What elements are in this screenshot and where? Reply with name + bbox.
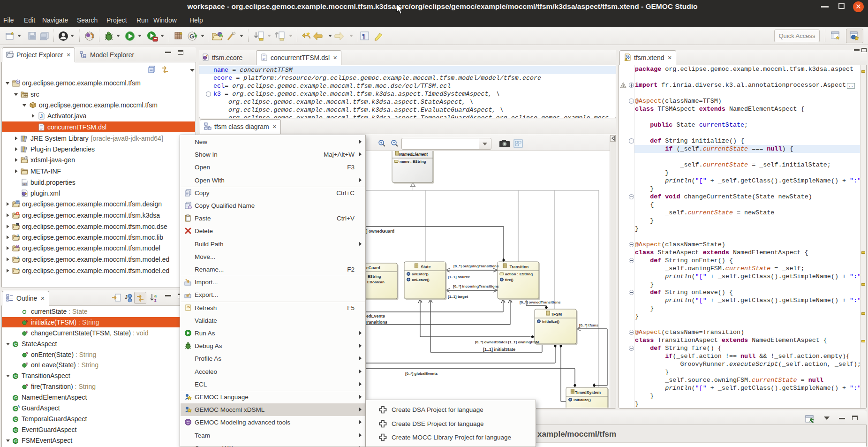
svg-text:name : EString: name : EString [400, 159, 426, 164]
svg-text:J: J [125, 294, 128, 300]
svg-text:s: s [26, 351, 28, 355]
svg-text:J: J [17, 256, 19, 260]
svg-text:s: s [26, 383, 28, 387]
svg-text:[1..1] source: [1..1] source [448, 275, 470, 279]
svg-text:TFSM: TFSM [551, 312, 562, 317]
svg-text:C: C [14, 373, 17, 379]
svg-text:action : EString: action : EString [505, 272, 533, 276]
svg-text:s: s [26, 318, 28, 323]
svg-text:J: J [40, 114, 43, 119]
svg-text:fire(): fire() [505, 278, 513, 282]
svg-text:onLeave(): onLeave() [412, 278, 430, 282]
svg-text:C: C [14, 427, 17, 432]
svg-text:s: s [26, 361, 28, 365]
svg-text:[0..*] ownedTransitions: [0..*] ownedTransitions [520, 300, 561, 304]
svg-text:A: A [17, 404, 20, 409]
svg-text:C: C [14, 395, 17, 400]
svg-text:[1..1] target: [1..1] target [448, 295, 468, 299]
svg-text:C: C [14, 438, 17, 443]
svg-text:Transition: Transition [510, 265, 529, 269]
svg-text:C: C [14, 417, 17, 422]
svg-text:initialize(): initialize() [542, 319, 559, 324]
svg-text:: EBoolean: : EBoolean [365, 280, 385, 284]
svg-text:[0..*] incomingTransitions: [0..*] incomingTransitions [453, 284, 499, 288]
svg-text:onEnter(): onEnter() [412, 272, 429, 276]
svg-text:z: z [154, 298, 157, 303]
svg-text:[0..*] globalEvents: [0..*] globalEvents [405, 371, 438, 376]
svg-text:NamedElement: NamedElement [399, 152, 429, 157]
svg-text:E: E [16, 223, 18, 226]
svg-text:State: State [421, 265, 431, 269]
svg-text:[0..*] tfsms: [0..*] tfsms [579, 323, 598, 327]
svg-text:EString: EString [368, 274, 381, 279]
svg-text:¶: ¶ [362, 32, 366, 40]
svg-text:initialize(): initialize() [574, 398, 591, 402]
svg-text:TimedSystem: TimedSystem [575, 390, 601, 395]
svg-text:[1..1] initialState: [1..1] initialState [483, 347, 515, 352]
svg-text:J: J [17, 234, 19, 238]
svg-text:C: C [14, 341, 17, 347]
svg-text:G: G [189, 33, 194, 40]
svg-text:!: ! [626, 58, 626, 61]
svg-text:[0..*] ownedStates [1..1] owni: [0..*] ownedStates [1..1] owningFSM [475, 340, 539, 344]
svg-text:[0..*] outgoingTransitions: [0..*] outgoingTransitions [453, 264, 499, 268]
svg-text:J: J [17, 267, 19, 271]
svg-text:M: M [16, 244, 20, 249]
svg-text:010: 010 [23, 183, 27, 185]
svg-text:s: s [26, 329, 28, 333]
svg-text:eGuard: eGuard [366, 265, 380, 270]
